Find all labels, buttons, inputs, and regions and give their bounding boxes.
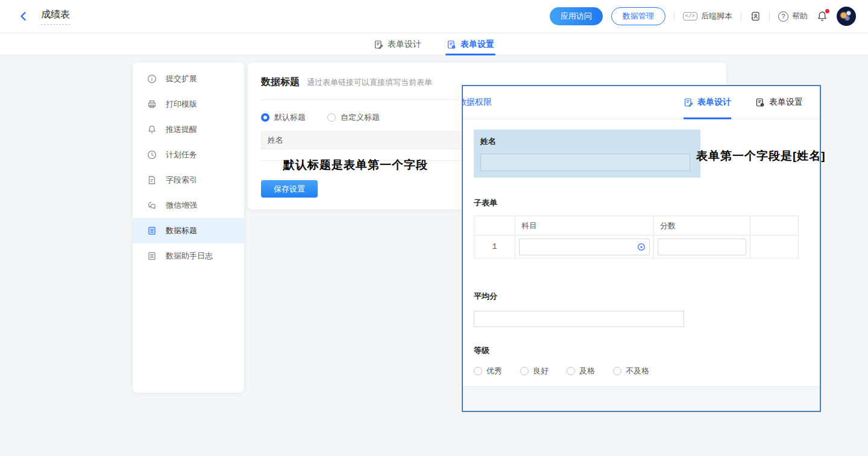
notifications-button[interactable] [816, 10, 828, 22]
settings-sidebar: 提交扩展 打印模版 推送提醒 计划任务 字段索引 [133, 63, 244, 393]
sidebar-item-wechat-enhance[interactable]: 微信增强 [133, 193, 244, 218]
radio-unselected-icon [474, 367, 482, 375]
help-label: 帮助 [792, 11, 808, 22]
list-icon [147, 251, 157, 261]
name-field-input[interactable] [480, 154, 690, 171]
printer-icon [147, 99, 157, 109]
sidebar-item-label: 数据助手日志 [166, 251, 213, 261]
chevron-left-icon [18, 11, 29, 22]
form-title[interactable]: 成绩表 [41, 8, 70, 25]
wechat-icon [147, 201, 157, 210]
name-field-label: 姓名 [480, 136, 694, 147]
form-design-overlay: 数据权限 表单设计 [462, 85, 821, 412]
sidebar-item-label: 字段索引 [166, 175, 197, 186]
radio-custom-title[interactable]: 自定义标题 [327, 112, 380, 123]
subform-table: 科目 分数 1 [474, 216, 799, 258]
subform-extra-cell [750, 236, 799, 258]
doc-gear-icon [755, 98, 765, 107]
grade-option-pass[interactable]: 及格 [567, 366, 595, 376]
divider [769, 11, 770, 21]
sidebar-item-data-assistant-log[interactable]: 数据助手日志 [133, 243, 244, 269]
sidebar-item-submit-extension[interactable]: 提交扩展 [133, 66, 244, 92]
contacts-button[interactable] [750, 11, 761, 22]
grade-option-label: 良好 [533, 366, 549, 376]
tab-label: 表单设置 [769, 97, 803, 108]
annotation-first-field: 表单第一个字段是[姓名] [696, 148, 826, 164]
annotation-default-title: 默认标题是表单第一个字段 [283, 157, 428, 173]
document-icon [147, 175, 157, 185]
backend-script-button[interactable]: </> 后端脚本 [683, 11, 732, 22]
grade-options: 优秀 良好 及格 不及格 [474, 366, 809, 376]
subform-corner-cell [474, 216, 515, 236]
question-icon: ? [778, 11, 788, 22]
overlay-tab-form-settings[interactable]: 表单设置 [755, 86, 803, 119]
radio-unselected-icon [327, 113, 336, 122]
radio-default-title[interactable]: 默认标题 [261, 112, 306, 123]
grade-option-label: 不及格 [626, 366, 649, 376]
radio-unselected-icon [520, 367, 529, 375]
score-input[interactable] [658, 239, 746, 255]
contacts-book-icon [750, 11, 761, 22]
overlay-tab-form-design[interactable]: 表单设计 [684, 86, 731, 119]
target-select-icon[interactable] [637, 243, 646, 251]
main-tabbar: 表单设计 表单设置 [0, 34, 868, 55]
notification-dot [825, 9, 829, 13]
subform-header-subject: 科目 [515, 216, 654, 236]
radio-label: 自定义标题 [341, 112, 380, 123]
grade-option-good[interactable]: 良好 [520, 366, 549, 376]
grade-label: 等级 [474, 345, 809, 356]
app-window: 成绩表 应用访问 数据管理 </> 后端脚本 [0, 0, 868, 456]
sidebar-item-label: 推送提醒 [166, 124, 197, 135]
active-tab-underline [445, 54, 495, 55]
code-icon: </> [683, 12, 697, 20]
sidebar-item-data-title[interactable]: 数据标题 [133, 218, 244, 243]
radio-label: 默认标题 [274, 112, 306, 123]
back-button[interactable] [18, 11, 29, 22]
subform-header-score: 分数 [654, 216, 750, 236]
radio-unselected-icon [613, 367, 621, 375]
data-manage-button[interactable]: 数据管理 [611, 7, 665, 25]
tab-form-design[interactable]: 表单设计 [374, 34, 421, 55]
radio-selected-icon [261, 113, 269, 122]
grade-option-label: 及格 [579, 366, 595, 376]
subject-input[interactable] [519, 239, 650, 255]
topbar: 成绩表 应用访问 数据管理 </> 后端脚本 [0, 0, 868, 33]
user-avatar[interactable] [837, 7, 856, 26]
overlay-footer [463, 386, 820, 411]
doc-pencil-icon [374, 40, 383, 49]
average-input[interactable] [474, 311, 684, 327]
info-icon [147, 74, 157, 84]
sidebar-item-label: 微信增强 [166, 200, 197, 211]
panel-subtitle: 通过表单链接可以直接填写当前表单 [307, 77, 432, 88]
grade-option-fail[interactable]: 不及格 [613, 366, 649, 376]
bell-icon [147, 125, 157, 134]
tab-form-settings[interactable]: 表单设置 [447, 34, 494, 55]
subform-label: 子表单 [474, 198, 809, 208]
sidebar-item-label: 计划任务 [166, 149, 197, 160]
backend-script-label: 后端脚本 [701, 11, 732, 22]
divider [741, 11, 741, 21]
grade-option-excellent[interactable]: 优秀 [474, 366, 502, 376]
subform-row-number: 1 [474, 236, 515, 258]
sidebar-item-label: 数据标题 [166, 225, 197, 236]
divider [674, 11, 675, 21]
app-access-button[interactable]: 应用访问 [550, 7, 603, 25]
sidebar-item-field-index[interactable]: 字段索引 [133, 167, 244, 193]
sidebar-item-label: 打印模版 [166, 99, 197, 110]
doc-pencil-icon [684, 98, 693, 107]
default-title-value: 姓名 [268, 135, 283, 146]
tab-label: 表单设置 [461, 39, 494, 50]
tab-label: 表单设计 [697, 97, 731, 108]
sidebar-item-print-template[interactable]: 打印模版 [133, 92, 244, 117]
panel-title: 数据标题 [261, 76, 300, 89]
name-field-selected[interactable]: 姓名 [474, 130, 700, 178]
data-permission-link[interactable]: 数据权限 [462, 97, 492, 108]
save-settings-button[interactable]: 保存设置 [261, 180, 318, 198]
help-button[interactable]: ? 帮助 [778, 11, 808, 22]
average-label: 平均分 [474, 291, 809, 302]
list-icon [147, 226, 157, 236]
sidebar-item-label: 提交扩展 [166, 73, 197, 84]
sidebar-item-push-reminder[interactable]: 推送提醒 [133, 117, 244, 142]
sidebar-item-scheduled-tasks[interactable]: 计划任务 [133, 142, 244, 167]
clock-icon [147, 150, 157, 160]
